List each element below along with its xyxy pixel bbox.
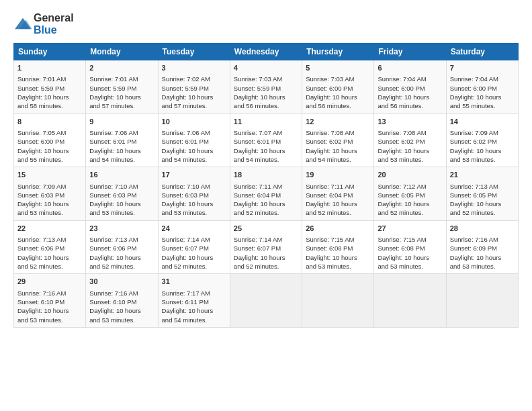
daylight-label: Daylight: 10 hours xyxy=(450,147,502,154)
col-header-monday: Monday xyxy=(86,44,158,60)
sunset-label: Sunset: 6:08 PM xyxy=(378,244,425,252)
day-number: 17 xyxy=(162,170,226,180)
sunset-label: Sunset: 6:05 PM xyxy=(378,191,425,199)
daylight-minutes: and 53 minutes. xyxy=(306,263,351,270)
sunrise-label: Sunrise: 7:13 AM xyxy=(17,236,66,243)
col-header-tuesday: Tuesday xyxy=(158,44,230,60)
sunrise-label: Sunrise: 7:11 AM xyxy=(234,183,282,190)
day-cell: 25Sunrise: 7:14 AMSunset: 6:07 PMDayligh… xyxy=(230,220,302,274)
daylight-minutes: and 54 minutes. xyxy=(234,156,279,163)
day-number: 7 xyxy=(450,63,515,73)
day-number: 19 xyxy=(306,170,370,180)
daylight-minutes: and 53 minutes. xyxy=(89,209,135,216)
day-number: 10 xyxy=(162,117,226,127)
daylight-minutes: and 53 minutes. xyxy=(450,263,496,270)
day-number: 23 xyxy=(89,224,154,234)
day-number: 1 xyxy=(17,63,82,73)
day-cell: 4Sunrise: 7:03 AMSunset: 5:59 PMDaylight… xyxy=(230,60,302,114)
sunset-label: Sunset: 6:02 PM xyxy=(378,138,425,145)
sunset-label: Sunset: 6:02 PM xyxy=(306,138,353,145)
daylight-minutes: and 53 minutes. xyxy=(17,316,63,324)
daylight-minutes: and 57 minutes. xyxy=(89,102,135,109)
day-number: 16 xyxy=(89,170,154,180)
day-cell: 6Sunrise: 7:04 AMSunset: 6:00 PMDaylight… xyxy=(374,60,446,114)
sunset-label: Sunset: 6:00 PM xyxy=(306,85,353,92)
sunset-label: Sunset: 6:03 PM xyxy=(89,191,136,199)
day-cell: 27Sunrise: 7:15 AMSunset: 6:08 PMDayligh… xyxy=(374,220,446,274)
daylight-label: Daylight: 10 hours xyxy=(378,200,429,208)
sunrise-label: Sunrise: 7:08 AM xyxy=(378,129,426,136)
daylight-label: Daylight: 10 hours xyxy=(162,200,214,208)
day-cell: 10Sunrise: 7:06 AMSunset: 6:01 PMDayligh… xyxy=(158,113,230,167)
day-cell: 17Sunrise: 7:10 AMSunset: 6:03 PMDayligh… xyxy=(158,167,230,221)
day-cell: 26Sunrise: 7:15 AMSunset: 6:08 PMDayligh… xyxy=(302,220,374,274)
day-number: 14 xyxy=(450,117,515,127)
sunrise-label: Sunrise: 7:08 AM xyxy=(306,129,354,136)
day-number: 13 xyxy=(378,117,442,127)
daylight-label: Daylight: 10 hours xyxy=(17,254,69,261)
daylight-label: Daylight: 10 hours xyxy=(89,147,141,154)
sunset-label: Sunset: 6:09 PM xyxy=(450,244,497,252)
daylight-minutes: and 54 minutes. xyxy=(89,156,135,163)
day-cell xyxy=(446,274,518,328)
day-number: 31 xyxy=(162,277,226,287)
daylight-label: Daylight: 10 hours xyxy=(234,254,285,261)
sunrise-label: Sunrise: 7:15 AM xyxy=(306,236,354,243)
sunset-label: Sunset: 6:10 PM xyxy=(17,298,64,306)
sunrise-label: Sunrise: 7:07 AM xyxy=(234,129,282,136)
sunrise-label: Sunrise: 7:15 AM xyxy=(378,236,426,243)
day-number: 2 xyxy=(89,63,154,73)
daylight-minutes: and 52 minutes. xyxy=(89,263,135,270)
sunrise-label: Sunrise: 7:01 AM xyxy=(89,75,138,83)
daylight-minutes: and 53 minutes. xyxy=(162,209,208,216)
day-cell: 20Sunrise: 7:12 AMSunset: 6:05 PMDayligh… xyxy=(374,167,446,221)
daylight-label: Daylight: 10 hours xyxy=(306,147,357,154)
day-number: 4 xyxy=(234,63,298,73)
daylight-minutes: and 52 minutes. xyxy=(234,209,279,216)
day-cell: 15Sunrise: 7:09 AMSunset: 6:03 PMDayligh… xyxy=(14,167,86,221)
sunset-label: Sunset: 6:11 PM xyxy=(162,298,209,306)
daylight-label: Daylight: 10 hours xyxy=(17,93,69,101)
week-row-5: 29Sunrise: 7:16 AMSunset: 6:10 PMDayligh… xyxy=(14,274,519,328)
day-cell: 21Sunrise: 7:13 AMSunset: 6:05 PMDayligh… xyxy=(446,167,518,221)
daylight-minutes: and 52 minutes. xyxy=(450,209,496,216)
day-number: 27 xyxy=(378,224,442,234)
daylight-minutes: and 55 minutes. xyxy=(17,156,63,163)
day-cell: 22Sunrise: 7:13 AMSunset: 6:06 PMDayligh… xyxy=(14,220,86,274)
week-row-2: 8Sunrise: 7:05 AMSunset: 6:00 PMDaylight… xyxy=(14,113,519,167)
daylight-label: Daylight: 10 hours xyxy=(378,93,429,101)
col-header-saturday: Saturday xyxy=(446,44,518,60)
day-cell: 1Sunrise: 7:01 AMSunset: 5:59 PMDaylight… xyxy=(14,60,86,114)
sunrise-label: Sunrise: 7:02 AM xyxy=(162,75,210,83)
daylight-label: Daylight: 10 hours xyxy=(17,307,69,314)
daylight-label: Daylight: 10 hours xyxy=(234,200,285,208)
daylight-label: Daylight: 10 hours xyxy=(89,307,141,314)
daylight-minutes: and 52 minutes. xyxy=(162,263,208,270)
daylight-minutes: and 53 minutes. xyxy=(378,156,423,163)
sunset-label: Sunset: 6:07 PM xyxy=(234,244,281,252)
daylight-label: Daylight: 10 hours xyxy=(162,307,214,314)
daylight-minutes: and 53 minutes. xyxy=(378,263,423,270)
day-number: 28 xyxy=(450,224,515,234)
daylight-label: Daylight: 10 hours xyxy=(162,254,214,261)
daylight-minutes: and 52 minutes. xyxy=(234,263,279,270)
sunset-label: Sunset: 6:04 PM xyxy=(306,191,353,199)
sunrise-label: Sunrise: 7:14 AM xyxy=(162,236,210,243)
day-cell: 8Sunrise: 7:05 AMSunset: 6:00 PMDaylight… xyxy=(14,113,86,167)
day-cell: 2Sunrise: 7:01 AMSunset: 5:59 PMDaylight… xyxy=(86,60,158,114)
sunset-label: Sunset: 6:08 PM xyxy=(306,244,353,252)
col-header-thursday: Thursday xyxy=(302,44,374,60)
week-row-4: 22Sunrise: 7:13 AMSunset: 6:06 PMDayligh… xyxy=(14,220,519,274)
header-row: SundayMondayTuesdayWednesdayThursdayFrid… xyxy=(14,44,519,60)
sunset-label: Sunset: 6:00 PM xyxy=(450,85,497,92)
daylight-label: Daylight: 10 hours xyxy=(306,254,357,261)
daylight-label: Daylight: 10 hours xyxy=(234,147,285,154)
sunrise-label: Sunrise: 7:12 AM xyxy=(378,183,426,190)
sunset-label: Sunset: 6:01 PM xyxy=(162,138,209,145)
sunrise-label: Sunrise: 7:04 AM xyxy=(378,75,426,83)
day-cell xyxy=(374,274,446,328)
sunset-label: Sunset: 5:59 PM xyxy=(17,85,64,92)
sunrise-label: Sunrise: 7:06 AM xyxy=(89,129,138,136)
daylight-minutes: and 55 minutes. xyxy=(450,102,496,109)
daylight-label: Daylight: 10 hours xyxy=(234,93,285,101)
